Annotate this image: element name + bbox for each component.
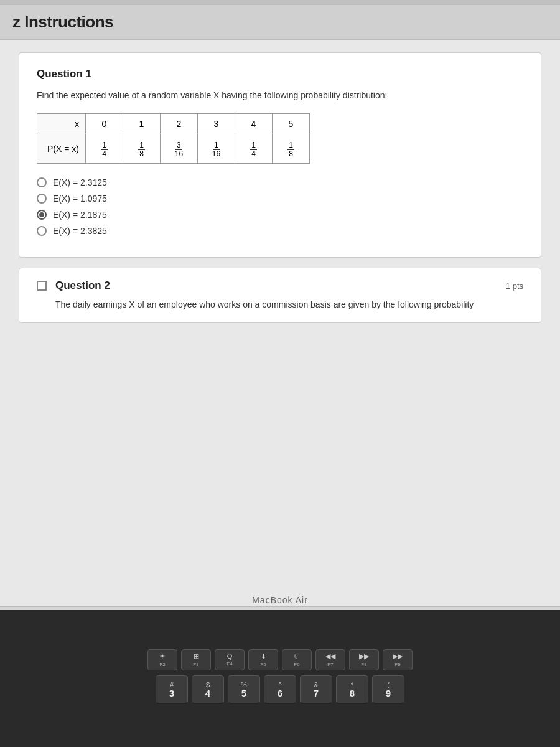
radio-4[interactable] (37, 226, 47, 236)
key-6-top: ^ (278, 682, 281, 688)
probability-table: x 0 1 2 3 4 5 P(X = x) 1 4 (37, 113, 310, 164)
key-9-top: ( (387, 682, 390, 688)
f2-key[interactable]: ☀ F2 (147, 649, 177, 670)
key-9[interactable]: ( 9 (372, 675, 404, 704)
x-val-0: 0 (85, 114, 123, 134)
key-8-top: * (351, 682, 353, 688)
key-7[interactable]: & 7 (300, 675, 332, 704)
option-2[interactable]: E(X) = 1.0975 (37, 194, 523, 204)
px-val-5: 1 8 (272, 134, 309, 164)
f3-label: F3 (193, 662, 198, 667)
key-7-bot: 7 (314, 688, 319, 698)
radio-3[interactable] (37, 210, 47, 220)
q2-checkbox[interactable] (37, 281, 47, 291)
fraction-5: 1 8 (287, 141, 294, 158)
key-6-bot: 6 (278, 688, 282, 698)
fraction-4: 1 4 (250, 141, 257, 158)
mic-icon: ⬇ (261, 652, 266, 660)
f9-label: F9 (394, 662, 400, 667)
x-label: x (37, 114, 86, 134)
play-pause-icon: ▶▶ (359, 652, 369, 660)
top-bar: z Instructions (0, 5, 560, 40)
px-val-4: 1 4 (235, 134, 272, 164)
fraction-3: 1 16 (211, 141, 222, 158)
content-area: Question 1 Find the expected value of a … (0, 40, 560, 606)
key-4-top: $ (206, 682, 210, 688)
keyboard: ☀ F2 ⊞ F3 Q F4 ⬇ F5 ☾ F6 ◀◀ F7 ▶▶ F8 ▶▶ (0, 610, 560, 747)
key-5[interactable]: % 5 (228, 675, 260, 704)
question-1-header: Question 1 (37, 68, 523, 80)
pts-badge: 1 pts (506, 281, 523, 291)
px-val-3: 1 16 (197, 134, 235, 164)
fraction-2: 3 16 (174, 141, 184, 158)
answer-options: E(X) = 2.3125 E(X) = 1.0975 E(X) = 2.187… (37, 177, 523, 236)
x-val-3: 3 (197, 114, 235, 134)
f6-label: F6 (294, 662, 299, 667)
f8-key[interactable]: ▶▶ F8 (349, 649, 379, 670)
px-label: P(X = x) (37, 134, 86, 164)
question-2-header: Question 2 (55, 280, 110, 292)
table-row-x: x 0 1 2 3 4 5 (37, 114, 310, 134)
f5-label: F5 (260, 662, 266, 667)
radio-2[interactable] (37, 194, 47, 204)
dnd-icon: ☾ (294, 652, 300, 660)
number-key-row: # 3 $ 4 % 5 ^ 6 & 7 * 8 ( 9 (12, 675, 548, 704)
option-2-label: E(X) = 1.0975 (53, 194, 107, 204)
option-3[interactable]: E(X) = 2.1875 (37, 210, 523, 220)
question-1-card: Question 1 Find the expected value of a … (19, 52, 541, 258)
key-8[interactable]: * 8 (336, 675, 368, 704)
key-4-bot: 4 (205, 688, 210, 698)
function-key-row: ☀ F2 ⊞ F3 Q F4 ⬇ F5 ☾ F6 ◀◀ F7 ▶▶ F8 ▶▶ (12, 649, 548, 670)
macbook-label: MacBook Air (252, 595, 308, 605)
key-5-bot: 5 (241, 688, 246, 698)
radio-1[interactable] (37, 177, 47, 187)
x-val-1: 1 (123, 114, 160, 134)
option-4[interactable]: E(X) = 2.3825 (37, 226, 523, 236)
fraction-0: 1 4 (101, 141, 108, 158)
f5-key[interactable]: ⬇ F5 (248, 649, 278, 670)
key-8-bot: 8 (350, 688, 355, 698)
f8-label: F8 (361, 662, 366, 667)
f3-key[interactable]: ⊞ F3 (181, 649, 211, 670)
px-val-0: 1 4 (85, 134, 123, 164)
option-1-label: E(X) = 2.3125 (53, 177, 107, 187)
key-4[interactable]: $ 4 (192, 675, 224, 704)
fraction-1: 1 8 (138, 141, 145, 158)
f4-key[interactable]: Q F4 (215, 649, 245, 670)
brightness-icon: ☀ (159, 652, 166, 660)
option-3-label: E(X) = 2.1875 (53, 210, 107, 220)
key-6[interactable]: ^ 6 (264, 675, 296, 704)
search-icon: Q (227, 652, 233, 660)
option-1[interactable]: E(X) = 2.3125 (37, 177, 523, 187)
key-9-bot: 9 (386, 688, 391, 698)
px-val-1: 1 8 (123, 134, 160, 164)
key-3-top: # (170, 682, 174, 688)
question-1-body: Find the expected value of a random vari… (37, 89, 523, 102)
rewind-icon: ◀◀ (325, 652, 335, 660)
table-row-px: P(X = x) 1 4 1 8 (37, 134, 310, 164)
key-7-top: & (314, 682, 318, 688)
page-title: z Instructions (12, 12, 113, 32)
option-4-label: E(X) = 2.3825 (53, 226, 107, 236)
x-val-2: 2 (160, 114, 197, 134)
f6-key[interactable]: ☾ F6 (282, 649, 312, 670)
f7-label: F7 (327, 662, 333, 667)
x-val-5: 5 (272, 114, 309, 134)
question-2-card: Question 2 1 pts The daily earnings X of… (19, 268, 541, 323)
q2-header-row: Question 2 1 pts (55, 280, 523, 292)
f9-key[interactable]: ▶▶ F9 (383, 649, 413, 670)
f4-label: F4 (226, 661, 232, 667)
f7-key[interactable]: ◀◀ F7 (315, 649, 345, 670)
f2-label: F2 (159, 662, 165, 667)
mission-control-icon: ⊞ (194, 652, 199, 660)
key-3-bot: 3 (169, 688, 174, 698)
screen: z Instructions Question 1 Find the expec… (0, 0, 560, 610)
x-val-4: 4 (235, 114, 272, 134)
bezel-top (0, 0, 560, 5)
key-3[interactable]: # 3 (156, 675, 188, 704)
px-val-2: 3 16 (160, 134, 197, 164)
fast-forward-icon: ▶▶ (393, 652, 403, 660)
key-5-top: % (241, 682, 247, 688)
question-2-body: The daily earnings X of an employee who … (55, 298, 523, 311)
q2-content: Question 2 1 pts The daily earnings X of… (55, 280, 523, 311)
